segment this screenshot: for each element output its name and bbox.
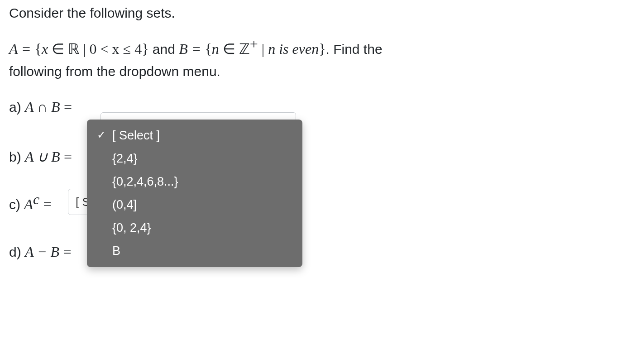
dropdown-option-4-label: {0, 2,4} (112, 221, 151, 235)
setA-close: } (142, 41, 148, 57)
qc-eq: = (43, 196, 51, 212)
question-page: Consider the following sets. A = {x ∈ ℝ … (0, 0, 622, 364)
dropdown-selected-option[interactable]: [ Select ] (87, 124, 302, 147)
A-eq: A = (9, 41, 35, 57)
qc-A: A (24, 196, 33, 212)
qd-expr: A − B (25, 244, 59, 260)
qd-eq: = (63, 244, 71, 260)
qd-prefix: d) (9, 244, 25, 259)
dropdown-option-1[interactable]: {2,4} (87, 147, 302, 170)
question-d-label: d) A − B = (9, 244, 100, 260)
qb-eq: = (64, 148, 72, 165)
dropdown-option-2[interactable]: {0,2,4,6,8...} (87, 170, 302, 193)
var-n: n (212, 41, 219, 57)
def-line2: following from the dropdown menu. (9, 64, 220, 79)
question-b-label: b) A ∪ B = (9, 148, 95, 165)
plus-sup: + (250, 36, 258, 52)
intro-text: Consider the following sets. (9, 5, 613, 21)
dropdown-menu-a[interactable]: [ Select ] {2,4} {0,2,4,6,8...} (0,4] {0… (87, 120, 302, 267)
question-a-label: a) A ∩ B = (9, 99, 95, 115)
bar-1: | (79, 41, 89, 57)
setB-open: { (205, 41, 211, 57)
B-eq: B = (179, 41, 205, 57)
dropdown-selected-label: [ Select ] (112, 129, 160, 142)
set-definition: A = {x ∈ ℝ | 0 < x ≤ 4} and B = {n ∈ ℤ+ … (9, 33, 613, 82)
and-text: and (153, 42, 179, 57)
in-sym-2: ∈ (219, 41, 239, 57)
setB-close: } (319, 41, 325, 57)
var-x: x (42, 41, 48, 57)
dropdown-option-3[interactable]: (0,4] (87, 193, 302, 216)
integer-symbol: ℤ (239, 41, 250, 57)
question-c-label: c) Ac = (9, 191, 68, 213)
qb-expr: A ∪ B (25, 148, 60, 165)
ineq: 0 < x ≤ 4 (90, 41, 142, 57)
qc-prefix: c) (9, 197, 24, 212)
dropdown-option-5[interactable]: B (87, 239, 302, 263)
qa-eq: = (64, 99, 72, 115)
bar-2: | (258, 41, 268, 57)
qc-sup: c (33, 191, 39, 207)
in-sym-1: ∈ (48, 41, 68, 57)
dropdown-option-4[interactable]: {0, 2,4} (87, 216, 302, 239)
qb-prefix: b) (9, 149, 25, 164)
tail-text: . Find the (326, 42, 383, 57)
question-a-row: a) A ∩ B = (9, 99, 613, 115)
n-even: n is even (268, 41, 319, 57)
dropdown-option-1-label: {2,4} (112, 152, 138, 165)
qa-prefix: a) (9, 100, 25, 115)
dropdown-option-3-label: (0,4] (112, 198, 137, 211)
dropdown-option-5-label: B (112, 244, 120, 258)
qa-expr: A ∩ B (25, 99, 60, 115)
dropdown-option-2-label: {0,2,4,6,8...} (112, 175, 178, 188)
setA-open: { (35, 41, 42, 57)
real-symbol: ℝ (68, 41, 79, 57)
